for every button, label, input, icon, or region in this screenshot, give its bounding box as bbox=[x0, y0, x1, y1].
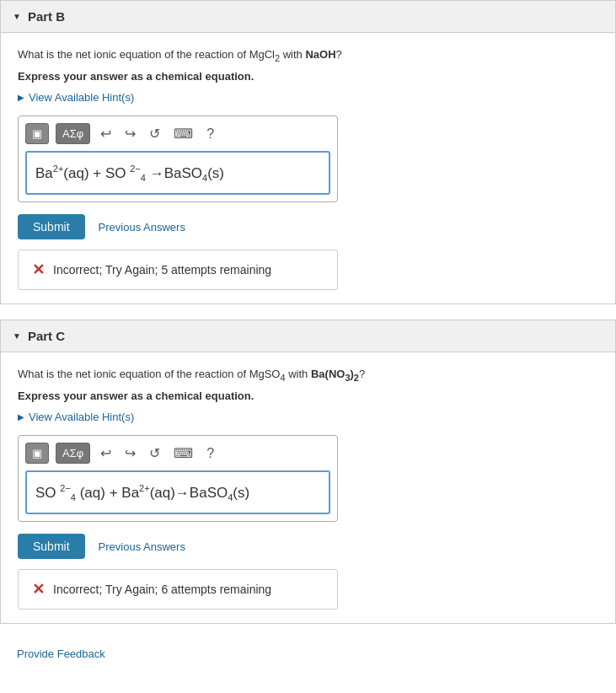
part-b-title: Part B bbox=[28, 9, 65, 24]
part-b-equation-input[interactable]: Ba2+(aq) + SO 2−4 →BaSO4(s) bbox=[25, 151, 330, 195]
undo-btn-c[interactable]: ↩ bbox=[97, 443, 115, 463]
redo-btn-b[interactable]: ↪ bbox=[121, 124, 139, 143]
provide-feedback-link[interactable]: Provide Feedback bbox=[0, 639, 616, 669]
part-b-toolbar: ▣ ΑΣφ ↩ ↪ ↺ ⌨ ? bbox=[25, 123, 330, 144]
part-b-equation-content: Ba2+(aq) + SO 2−4 →BaSO4(s) bbox=[35, 164, 224, 183]
part-c-question: What is the net ionic equation of the re… bbox=[18, 366, 598, 384]
part-b-feedback-text: Incorrect; Try Again; 5 attempts remaini… bbox=[53, 263, 271, 277]
part-c-error-icon: ✕ bbox=[32, 580, 45, 599]
part-c-hint-link[interactable]: ▶ View Available Hint(s) bbox=[18, 411, 598, 423]
part-b-prev-answers-link[interactable]: Previous Answers bbox=[99, 221, 185, 234]
compound-naoh: NaOH bbox=[305, 48, 335, 61]
part-c-title: Part C bbox=[28, 329, 65, 343]
collapse-arrow-c[interactable]: ▼ bbox=[13, 331, 21, 341]
part-c-equation-box: ▣ ΑΣφ ↩ ↪ ↺ ⌨ ? SO 2−4 (aq) + Ba2+(aq)→B… bbox=[18, 435, 338, 522]
part-b-section: ▼ Part B What is the net ionic equation … bbox=[0, 0, 616, 304]
compound-bano3: Ba(NO3)2 bbox=[311, 368, 359, 380]
hint-arrow-b: ▶ bbox=[18, 93, 24, 102]
part-c-equation-content: SO 2−4 (aq) + Ba2+(aq)→BaSO4(s) bbox=[35, 483, 249, 502]
question-c-text-after: ? bbox=[359, 368, 365, 380]
reload-btn-b[interactable]: ↺ bbox=[146, 124, 163, 143]
template-btn-c[interactable]: ▣ bbox=[25, 443, 49, 464]
hint-arrow-c: ▶ bbox=[18, 412, 24, 422]
symbol-btn-c[interactable]: ΑΣφ bbox=[56, 443, 90, 464]
part-b-question: What is the net ionic equation of the re… bbox=[18, 46, 598, 65]
part-c-prev-answers-link[interactable]: Previous Answers bbox=[99, 540, 185, 553]
part-c-body: What is the net ionic equation of the re… bbox=[1, 352, 615, 623]
part-b-hint-link[interactable]: ▶ View Available Hint(s) bbox=[18, 91, 598, 104]
part-c-header: ▼ Part C bbox=[1, 320, 615, 352]
part-c-section: ▼ Part C What is the net ionic equation … bbox=[0, 320, 616, 624]
part-b-express: Express your answer as a chemical equati… bbox=[18, 70, 598, 83]
question-text-middle: with bbox=[280, 48, 305, 61]
part-c-feedback-text: Incorrect; Try Again; 6 attempts remaini… bbox=[53, 583, 271, 596]
question-text-before: What is the net ionic equation of the re… bbox=[18, 48, 249, 61]
undo-btn-b[interactable]: ↩ bbox=[97, 124, 115, 143]
part-c-submit-button[interactable]: Submit bbox=[18, 534, 85, 559]
part-b-body: What is the net ionic equation of the re… bbox=[1, 33, 615, 304]
keyboard-btn-c[interactable]: ⌨ bbox=[170, 443, 196, 463]
question-c-text-before: What is the net ionic equation of the re… bbox=[18, 368, 249, 380]
collapse-arrow-b[interactable]: ▼ bbox=[13, 12, 21, 21]
reload-btn-c[interactable]: ↺ bbox=[146, 443, 163, 463]
part-c-feedback-box: ✕ Incorrect; Try Again; 6 attempts remai… bbox=[18, 569, 338, 610]
question-c-text-middle: with bbox=[286, 368, 311, 380]
part-b-error-icon: ✕ bbox=[32, 261, 45, 279]
redo-btn-c[interactable]: ↪ bbox=[121, 443, 139, 463]
part-b-header: ▼ Part B bbox=[1, 1, 615, 33]
help-btn-c[interactable]: ? bbox=[203, 444, 217, 463]
hint-link-label-c: View Available Hint(s) bbox=[29, 411, 134, 423]
template-btn-b[interactable]: ▣ bbox=[25, 123, 49, 144]
compound-mgcl2: MgCl2 bbox=[249, 48, 280, 61]
help-btn-b[interactable]: ? bbox=[203, 125, 217, 143]
part-c-equation-input[interactable]: SO 2−4 (aq) + Ba2+(aq)→BaSO4(s) bbox=[25, 470, 330, 514]
part-b-submit-row: Submit Previous Answers bbox=[18, 214, 598, 239]
compound-mgso4: MgSO4 bbox=[249, 368, 286, 380]
part-b-submit-button[interactable]: Submit bbox=[18, 214, 85, 239]
hint-link-label-b: View Available Hint(s) bbox=[29, 91, 134, 104]
part-c-express: Express your answer as a chemical equati… bbox=[18, 389, 598, 402]
question-text-after: ? bbox=[336, 48, 342, 61]
part-b-feedback-box: ✕ Incorrect; Try Again; 5 attempts remai… bbox=[18, 250, 338, 290]
part-b-equation-box: ▣ ΑΣφ ↩ ↪ ↺ ⌨ ? Ba2+(aq) + SO 2−4 →BaSO4… bbox=[18, 116, 338, 202]
part-c-submit-row: Submit Previous Answers bbox=[18, 534, 598, 559]
keyboard-btn-b[interactable]: ⌨ bbox=[170, 124, 196, 143]
part-c-toolbar: ▣ ΑΣφ ↩ ↪ ↺ ⌨ ? bbox=[25, 443, 330, 464]
symbol-btn-b[interactable]: ΑΣφ bbox=[56, 123, 90, 144]
